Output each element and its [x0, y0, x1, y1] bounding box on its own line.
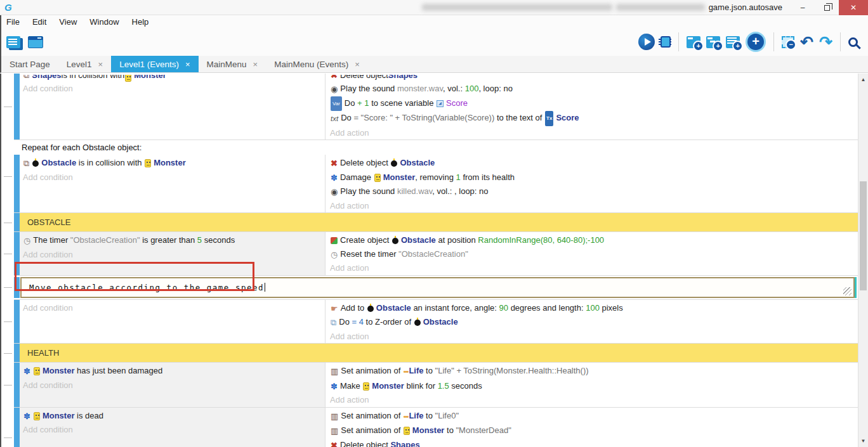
foreach-event-row[interactable]: Repeat for each Obstacle object:⧉Obstacl…: [14, 140, 858, 213]
add-event-icon[interactable]: [687, 36, 700, 48]
event-row[interactable]: ⧉Shapes is in collision with MonsterAdd …: [14, 74, 858, 140]
event-bar[interactable]: [14, 155, 20, 212]
event-bar[interactable]: [14, 277, 20, 298]
event-line[interactable]: ▥Set animation of •••Life to "Life0": [330, 409, 858, 424]
event-line[interactable]: ◷The timer "ObstacleCreation" is greater…: [23, 233, 325, 248]
event-line[interactable]: ⧉Do = 4 to Z-order of Obstacle: [330, 315, 858, 330]
search-icon[interactable]: [848, 37, 858, 47]
actions-cell[interactable]: ▥Set animation of •••Life to "Life0"▥Set…: [326, 408, 858, 447]
menu-item-help[interactable]: Help: [126, 17, 155, 27]
add-action-placeholder[interactable]: Add action: [330, 261, 858, 275]
event-line[interactable]: ◉Play the sound monster.wav, vol.: 100, …: [330, 82, 858, 96]
event-line[interactable]: VarDo + 1 to scene variable Score: [330, 96, 858, 112]
event-row[interactable]: ✽Monster has just been damagedAdd condit…: [14, 363, 858, 408]
event-line[interactable]: Create object Obstacle at position Rando…: [330, 233, 858, 247]
event-line[interactable]: txtDo = "Score: " + ToString(Variable(Sc…: [330, 111, 858, 126]
event-line[interactable]: ☛Add to Obstacle an instant force, angle…: [330, 301, 858, 316]
event-line[interactable]: ✖Delete object Shapes: [330, 75, 858, 82]
tab-close-icon[interactable]: ×: [355, 60, 360, 69]
add-condition-placeholder[interactable]: Add condition: [23, 82, 325, 96]
close-button[interactable]: ✕: [839, 0, 868, 15]
event-line[interactable]: ✽Make Monster blink for 1.5 seconds: [330, 379, 858, 394]
event-line[interactable]: ✖Delete object Obstacle: [330, 156, 858, 171]
add-condition-placeholder[interactable]: Add condition: [23, 248, 325, 262]
add-condition-placeholder[interactable]: Add condition: [23, 301, 325, 315]
event-line[interactable]: ▥Set animation of •••Life to "Life" + To…: [330, 364, 858, 379]
menu-item-file[interactable]: File: [1, 17, 26, 27]
event-line[interactable]: ⧉Obstacle is in collision with Monster: [23, 156, 325, 171]
event-line[interactable]: ✽Monster has just been damaged: [23, 364, 325, 379]
comment-edit-box[interactable]: Move obstacle according to the game spee…: [20, 277, 855, 298]
actions-cell[interactable]: ✖Delete object Obstacle✽Damage Monster, …: [326, 155, 858, 212]
redo-icon[interactable]: ↷: [819, 35, 832, 49]
event-line[interactable]: ▥Set animation of Monster to "MonsterDea…: [330, 424, 858, 438]
add-condition-placeholder[interactable]: Add condition: [23, 379, 325, 392]
event-bar[interactable]: [14, 300, 20, 344]
conditions-cell[interactable]: ✽Monster is deadAdd condition: [20, 408, 326, 447]
conditions-cell[interactable]: ⧉Shapes is in collision with MonsterAdd …: [20, 74, 326, 139]
add-comment-icon[interactable]: [726, 36, 740, 48]
scrollbar-thumb[interactable]: [860, 181, 867, 290]
play-icon[interactable]: [638, 34, 655, 50]
remove-event-icon[interactable]: [782, 36, 794, 48]
debug-icon[interactable]: [661, 36, 671, 48]
tab-level1-events-[interactable]: Level1 (Events)×: [111, 56, 198, 72]
section-header[interactable]: HEALTH: [14, 344, 858, 363]
add-condition-placeholder[interactable]: Add condition: [23, 171, 325, 185]
tab-close-icon[interactable]: ×: [185, 60, 190, 69]
add-condition-placeholder[interactable]: Add condition: [23, 423, 325, 437]
project-manager-icon[interactable]: [6, 36, 20, 48]
tab-start-page[interactable]: Start Page: [1, 56, 58, 72]
event-line[interactable]: ✖Delete object Shapes: [330, 438, 858, 447]
tab-close-icon[interactable]: ×: [98, 60, 103, 69]
event-line[interactable]: ⧉Shapes is in collision with Monster: [23, 75, 325, 82]
scroll-down-icon[interactable]: ▼: [858, 438, 868, 444]
event-bar[interactable]: [14, 232, 20, 275]
add-action-placeholder[interactable]: Add action: [330, 393, 858, 407]
actions-cell[interactable]: ☛Add to Obstacle an instant force, angle…: [326, 300, 858, 344]
section-header[interactable]: OBSTACLE: [14, 213, 858, 232]
actions-cell[interactable]: ▥Set animation of •••Life to "Life" + To…: [326, 363, 858, 407]
anim-icon: ▥: [331, 424, 338, 438]
undo-icon[interactable]: ↶: [800, 35, 813, 49]
vertical-scrollbar[interactable]: ▲ ▼: [858, 74, 868, 447]
event-bar[interactable]: [14, 213, 20, 231]
event-row[interactable]: ✽Monster is deadAdd condition▥Set animat…: [14, 408, 858, 447]
event-line[interactable]: ◷Reset the timer "ObstacleCreation": [330, 247, 858, 262]
menu-item-view[interactable]: View: [53, 17, 83, 27]
menu-item-window[interactable]: Window: [83, 17, 125, 27]
minimize-button[interactable]: –: [791, 0, 815, 15]
event-line[interactable]: ◉Play the sound killed.wav, vol.: , loop…: [330, 185, 858, 199]
tab-level1[interactable]: Level1×: [58, 56, 111, 72]
add-action-placeholder[interactable]: Add action: [330, 199, 858, 213]
conditions-cell[interactable]: ✽Monster has just been damagedAdd condit…: [20, 363, 326, 407]
tab-mainmenu-events-[interactable]: MainMenu (Events)×: [266, 56, 368, 72]
event-bar[interactable]: [14, 363, 20, 407]
scene-editor-window-icon[interactable]: [28, 36, 43, 48]
add-action-placeholder[interactable]: Add action: [330, 126, 858, 140]
event-bar[interactable]: [14, 408, 20, 447]
actions-cell[interactable]: ✖Delete object Shapes◉Play the sound mon…: [326, 74, 858, 139]
conditions-cell[interactable]: Add condition: [20, 300, 326, 344]
event-bar[interactable]: [14, 344, 20, 362]
scroll-up-icon[interactable]: ▲: [858, 77, 868, 82]
event-row[interactable]: Add condition☛Add to Obstacle an instant…: [14, 300, 858, 344]
add-other-event-icon[interactable]: [747, 34, 764, 50]
comment-row[interactable]: Move obstacle according to the game spee…: [14, 276, 858, 300]
tab-close-icon[interactable]: ×: [253, 60, 258, 69]
conditions-cell[interactable]: ◷The timer "ObstacleCreation" is greater…: [20, 232, 326, 275]
comment-resize-handle[interactable]: [843, 287, 852, 295]
menu-item-edit[interactable]: Edit: [26, 17, 53, 27]
restore-button[interactable]: [815, 0, 839, 15]
event-line[interactable]: ✽Monster is dead: [23, 409, 325, 424]
event-line[interactable]: ✽Damage Monster, removing 1 from its hea…: [330, 171, 858, 185]
conditions-cell[interactable]: ⧉Obstacle is in collision with MonsterAd…: [20, 155, 326, 212]
event-bar[interactable]: [14, 74, 20, 139]
add-sub-event-icon[interactable]: [706, 36, 720, 48]
add-action-placeholder[interactable]: Add action: [330, 330, 858, 344]
actions-cell[interactable]: Create object Obstacle at position Rando…: [326, 232, 858, 275]
comment-resize-edge[interactable]: [855, 277, 857, 298]
event-row[interactable]: ◷The timer "ObstacleCreation" is greater…: [14, 232, 858, 276]
tab-mainmenu[interactable]: MainMenu×: [199, 56, 266, 72]
foreach-title[interactable]: Repeat for each Obstacle object:: [14, 140, 858, 155]
